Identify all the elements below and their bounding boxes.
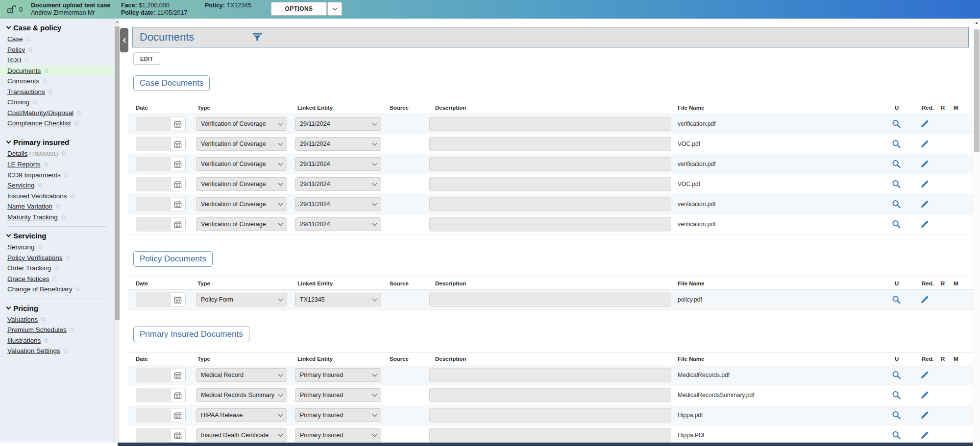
- description-input[interactable]: [429, 428, 671, 443]
- star-icon[interactable]: ☆: [25, 35, 32, 43]
- linked-entity-select[interactable]: TX12345: [295, 293, 381, 306]
- main-scrollbar[interactable]: ▲: [973, 19, 980, 443]
- sidebar-link[interactable]: Policy: [7, 46, 25, 53]
- description-input[interactable]: [429, 293, 671, 307]
- type-select[interactable]: Verification of Coverage: [196, 157, 287, 171]
- sidebar-link[interactable]: Compliance Checklist: [7, 119, 71, 127]
- redact-document-button[interactable]: [921, 371, 929, 379]
- star-icon[interactable]: ☆: [43, 336, 49, 344]
- calendar-button[interactable]: [171, 409, 185, 422]
- sidebar-link[interactable]: Premium Schedules: [7, 326, 67, 333]
- star-icon[interactable]: ☆: [43, 160, 49, 168]
- star-icon[interactable]: ☆: [63, 347, 69, 354]
- sidebar-link[interactable]: Maturity Tracking: [7, 213, 58, 221]
- calendar-button[interactable]: [171, 198, 185, 211]
- linked-entity-select[interactable]: Primary Insured: [295, 368, 381, 382]
- redact-document-button[interactable]: [921, 120, 929, 128]
- linked-entity-select[interactable]: 29/11/2024: [295, 117, 381, 131]
- sidebar-link[interactable]: Details: [7, 150, 27, 157]
- sidebar-item-case[interactable]: Case☆: [0, 34, 114, 45]
- date-input[interactable]: [136, 198, 171, 211]
- sidebar-item-transactions[interactable]: Transactions☆: [0, 87, 114, 97]
- type-select[interactable]: HIPAA Release: [196, 408, 287, 422]
- linked-entity-select[interactable]: Primary Insured: [295, 388, 381, 402]
- calendar-button[interactable]: [171, 218, 185, 231]
- calendar-button[interactable]: [171, 158, 185, 171]
- type-select[interactable]: Verification of Coverage: [196, 137, 287, 151]
- star-icon[interactable]: ☆: [37, 181, 44, 189]
- lock-status[interactable]: 0: [7, 4, 23, 14]
- star-icon[interactable]: ☆: [37, 243, 44, 251]
- sidebar-link[interactable]: RDB: [7, 56, 22, 64]
- redact-document-button[interactable]: [921, 140, 929, 148]
- star-icon[interactable]: ☆: [40, 315, 47, 323]
- date-input[interactable]: [136, 117, 171, 131]
- star-icon[interactable]: ☆: [76, 109, 82, 117]
- sidebar-scrollbar[interactable]: ▲: [114, 19, 120, 443]
- star-icon[interactable]: ☆: [69, 326, 75, 333]
- view-document-button[interactable]: [892, 200, 901, 209]
- star-icon[interactable]: ☆: [52, 275, 58, 282]
- view-document-button[interactable]: [892, 220, 901, 229]
- linked-entity-select[interactable]: 29/11/2024: [295, 217, 381, 231]
- redact-document-button[interactable]: [921, 391, 929, 399]
- redact-document-button[interactable]: [921, 220, 929, 228]
- date-input[interactable]: [136, 158, 171, 171]
- sidebar-link[interactable]: LE Reports: [7, 161, 41, 168]
- sidebar-link[interactable]: Case: [7, 35, 23, 43]
- star-icon[interactable]: ☆: [63, 171, 70, 179]
- date-input[interactable]: [136, 389, 171, 402]
- type-select[interactable]: Policy Form: [196, 293, 287, 306]
- sidebar-item-valuations[interactable]: Valuations☆: [0, 314, 114, 325]
- view-document-button[interactable]: [892, 431, 901, 440]
- sidebar-item-documents[interactable]: Documents☆: [0, 66, 114, 76]
- star-icon[interactable]: ☆: [65, 254, 72, 261]
- sidebar-item-policy-verifications[interactable]: Policy Verifications☆: [0, 253, 114, 263]
- type-select[interactable]: Medical Records Summary: [196, 388, 287, 402]
- sidebar-link[interactable]: Valuation Settings: [7, 347, 60, 354]
- linked-entity-select[interactable]: Primary Insured: [295, 408, 381, 422]
- star-icon[interactable]: ☆: [60, 149, 67, 157]
- redact-document-button[interactable]: [921, 431, 929, 439]
- sidebar-link[interactable]: Servicing: [7, 182, 35, 189]
- sidebar-item-policy[interactable]: Policy☆: [0, 45, 114, 55]
- star-icon[interactable]: ☆: [32, 98, 38, 106]
- type-select[interactable]: Insured Death Certificate: [196, 428, 287, 442]
- sidebar-item-grace-notices[interactable]: Grace Notices☆: [0, 274, 114, 284]
- sidebar-item-premium-schedules[interactable]: Premium Schedules☆: [0, 325, 114, 335]
- date-input[interactable]: [136, 409, 171, 422]
- date-input[interactable]: [136, 293, 171, 306]
- sidebar-item-comments[interactable]: Comments☆: [0, 76, 114, 87]
- star-icon[interactable]: ☆: [42, 77, 48, 85]
- main-scrollbar-thumb[interactable]: [974, 29, 980, 152]
- sidebar-link[interactable]: Documents: [7, 67, 41, 74]
- sidebar-item-valuation-settings[interactable]: Valuation Settings☆: [0, 346, 114, 356]
- description-input[interactable]: [429, 408, 671, 423]
- description-input[interactable]: [429, 197, 671, 211]
- sidebar-item-details[interactable]: Details(TS000001)☆: [0, 148, 114, 160]
- redact-document-button[interactable]: [921, 296, 929, 304]
- calendar-button[interactable]: [171, 138, 185, 151]
- scroll-up-arrow-icon[interactable]: ▲: [115, 20, 120, 23]
- sidebar-section-header-pricing[interactable]: Pricing: [7, 304, 114, 312]
- sidebar-link[interactable]: Closing: [7, 98, 29, 106]
- linked-entity-select[interactable]: 29/11/2024: [295, 157, 381, 171]
- description-input[interactable]: [429, 368, 671, 382]
- sidebar-link[interactable]: Transactions: [7, 88, 45, 95]
- sidebar-link[interactable]: Comments: [7, 77, 39, 85]
- sidebar-item-icd9-impairments[interactable]: ICD9 Impairments☆: [0, 170, 114, 181]
- sidebar-scrollbar-thumb[interactable]: [115, 26, 120, 320]
- sidebar-item-compliance-checklist[interactable]: Compliance Checklist☆: [0, 118, 114, 129]
- redact-document-button[interactable]: [921, 180, 929, 188]
- date-input[interactable]: [136, 429, 171, 442]
- sidebar-item-illustrations[interactable]: Illustrations☆: [0, 335, 114, 346]
- sidebar-item-le-reports[interactable]: LE Reports☆: [0, 159, 114, 170]
- linked-entity-select[interactable]: 29/11/2024: [295, 197, 381, 211]
- star-icon[interactable]: ☆: [74, 119, 80, 127]
- view-document-button[interactable]: [892, 140, 901, 149]
- sidebar-item-cost-maturity-disposal[interactable]: Cost/Maturity/Disposal☆: [0, 108, 114, 118]
- sidebar-link[interactable]: Policy Verifications: [7, 254, 63, 261]
- linked-entity-select[interactable]: 29/11/2024: [295, 177, 381, 191]
- star-icon[interactable]: ☆: [55, 202, 61, 210]
- description-input[interactable]: [429, 217, 671, 232]
